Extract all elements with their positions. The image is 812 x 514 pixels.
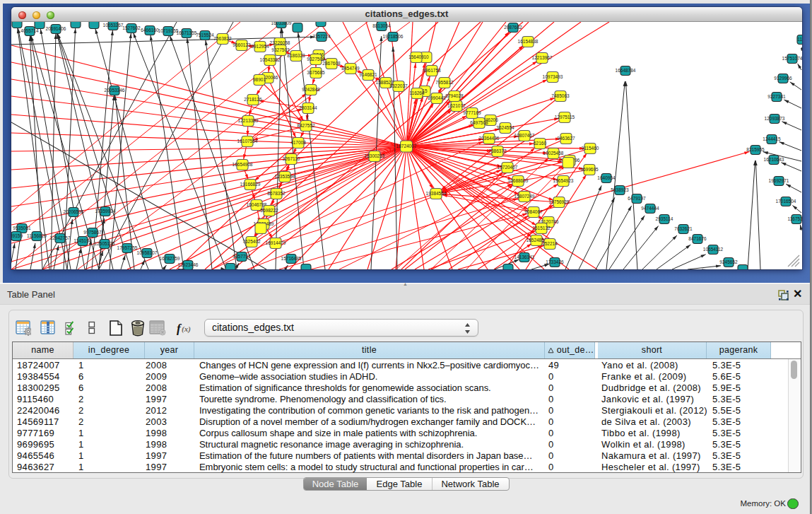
svg-text:12213967: 12213967 xyxy=(532,55,553,60)
svg-text:19384554: 19384554 xyxy=(426,191,447,196)
svg-text:12923446: 12923446 xyxy=(178,262,199,267)
svg-text:7386372: 7386372 xyxy=(488,148,507,153)
svg-text:16671355: 16671355 xyxy=(177,30,197,35)
svg-text:11156829: 11156829 xyxy=(27,233,47,238)
svg-text:16210643: 16210643 xyxy=(764,157,784,162)
svg-text:9084067: 9084067 xyxy=(524,209,543,214)
svg-text:10688609: 10688609 xyxy=(508,178,529,183)
svg-text:9961758: 9961758 xyxy=(423,68,441,73)
svg-text:10958107: 10958107 xyxy=(137,250,158,255)
svg-text:8186328: 8186328 xyxy=(287,53,305,58)
svg-text:10807467: 10807467 xyxy=(514,133,535,138)
svg-text:10973493: 10973493 xyxy=(543,74,563,79)
svg-text:9699695: 9699695 xyxy=(580,167,599,172)
svg-text:10654112: 10654112 xyxy=(703,247,724,252)
svg-text:3624554: 3624554 xyxy=(496,125,514,130)
svg-text:7515524: 7515524 xyxy=(196,33,214,37)
svg-text:9146821: 9146821 xyxy=(359,72,377,77)
svg-text:1615132: 1615132 xyxy=(532,226,551,230)
svg-text:7632621: 7632621 xyxy=(674,226,693,231)
svg-text:62160: 62160 xyxy=(534,141,546,146)
svg-text:7563822: 7563822 xyxy=(213,36,232,41)
svg-text:7955812: 7955812 xyxy=(435,80,454,85)
svg-text:9474444: 9474444 xyxy=(641,206,659,211)
svg-text:8322037: 8322037 xyxy=(389,83,408,88)
svg-text:116264: 116264 xyxy=(409,90,425,95)
svg-text:7625402: 7625402 xyxy=(242,239,261,244)
svg-text:2803144: 2803144 xyxy=(299,105,317,110)
svg-text:6466160: 6466160 xyxy=(141,28,159,33)
svg-text:9115460: 9115460 xyxy=(582,146,599,151)
svg-text:9242848: 9242848 xyxy=(302,87,320,92)
svg-text:17016504: 17016504 xyxy=(776,199,796,204)
svg-text:8471676: 8471676 xyxy=(688,236,707,241)
svg-text:16033809: 16033809 xyxy=(271,22,292,25)
svg-text:4055714: 4055714 xyxy=(20,28,39,33)
svg-text:1145194: 1145194 xyxy=(74,238,92,243)
svg-text:15716485: 15716485 xyxy=(281,256,302,261)
svg-text:20053346: 20053346 xyxy=(105,88,125,93)
svg-text:15751074: 15751074 xyxy=(782,56,802,61)
svg-text:20364436: 20364436 xyxy=(479,136,500,141)
svg-text:15720407: 15720407 xyxy=(498,165,518,170)
svg-text:19692971: 19692971 xyxy=(769,178,789,183)
svg-text:19654923: 19654923 xyxy=(553,178,574,183)
svg-text:5938923: 5938923 xyxy=(611,187,629,192)
svg-text:252214: 252214 xyxy=(542,241,558,246)
svg-text:6497508: 6497508 xyxy=(470,120,488,125)
svg-text:3675685: 3675685 xyxy=(307,70,325,75)
svg-text:12942757: 12942757 xyxy=(50,235,71,240)
svg-text:7485063: 7485063 xyxy=(551,93,570,98)
svg-text:16914479: 16914479 xyxy=(266,240,286,245)
svg-text:9327503: 9327503 xyxy=(271,47,290,52)
svg-text:1621072: 1621072 xyxy=(447,103,466,108)
svg-text:17359924: 17359924 xyxy=(95,209,116,214)
svg-text:10: 10 xyxy=(423,54,429,59)
svg-text:1117: 1117 xyxy=(797,37,802,42)
svg-text:2867608: 2867608 xyxy=(322,61,341,66)
svg-text:9463627: 9463627 xyxy=(557,136,575,141)
svg-text:16782759: 16782759 xyxy=(160,256,180,261)
svg-text:1244415: 1244415 xyxy=(763,136,781,141)
svg-text:19218506: 19218506 xyxy=(383,34,404,39)
svg-text:2087682: 2087682 xyxy=(504,25,522,30)
svg-text:7357224: 7357224 xyxy=(312,34,331,39)
svg-text:16648784: 16648784 xyxy=(616,68,636,73)
svg-text:19166829: 19166829 xyxy=(240,182,261,187)
svg-text:8813054: 8813054 xyxy=(372,23,391,28)
svg-text:2935114: 2935114 xyxy=(656,216,673,221)
svg-text:1640954: 1640954 xyxy=(597,175,616,180)
svg-text:8427552: 8427552 xyxy=(297,123,315,128)
svg-text:156409: 156409 xyxy=(408,54,424,59)
svg-text:20691406: 20691406 xyxy=(46,26,66,31)
svg-text:1733426: 1733426 xyxy=(546,259,564,264)
svg-text:16154838: 16154838 xyxy=(518,39,539,44)
svg-text:9660123: 9660123 xyxy=(233,42,251,47)
svg-text:9457791: 9457791 xyxy=(233,254,251,259)
svg-text:2718126: 2718126 xyxy=(244,97,262,102)
svg-text:20206536: 20206536 xyxy=(64,209,84,214)
svg-text:12975115: 12975115 xyxy=(555,115,575,119)
svg-text:16107554: 16107554 xyxy=(237,139,258,144)
svg-text:9245652: 9245652 xyxy=(719,259,738,264)
svg-text:18724007: 18724007 xyxy=(396,144,417,148)
svg-text:12505135: 12505135 xyxy=(95,241,115,246)
svg-text:19756928: 19756928 xyxy=(549,199,570,204)
svg-text:1167534: 1167534 xyxy=(788,216,802,221)
svg-text:8678352: 8678352 xyxy=(267,191,286,196)
svg-text:16654908: 16654908 xyxy=(233,162,253,167)
svg-text:12353594: 12353594 xyxy=(275,174,295,179)
svg-text:9777169: 9777169 xyxy=(463,110,481,115)
svg-text:9535061: 9535061 xyxy=(13,226,31,230)
svg-text:98901: 98901 xyxy=(253,77,266,82)
svg-text:15807249: 15807249 xyxy=(514,194,535,199)
svg-text:417008: 417008 xyxy=(290,140,306,145)
svg-text:12093873: 12093873 xyxy=(765,116,785,121)
svg-text:14136141: 14136141 xyxy=(514,255,535,259)
svg-text:10025458: 10025458 xyxy=(543,151,564,156)
svg-text:(x): (x) xyxy=(182,325,191,334)
svg-text:9227341: 9227341 xyxy=(767,94,786,99)
svg-text:3267110: 3267110 xyxy=(283,156,300,161)
svg-text:9975867: 9975867 xyxy=(83,230,102,235)
svg-text:10653267: 10653267 xyxy=(103,23,124,28)
